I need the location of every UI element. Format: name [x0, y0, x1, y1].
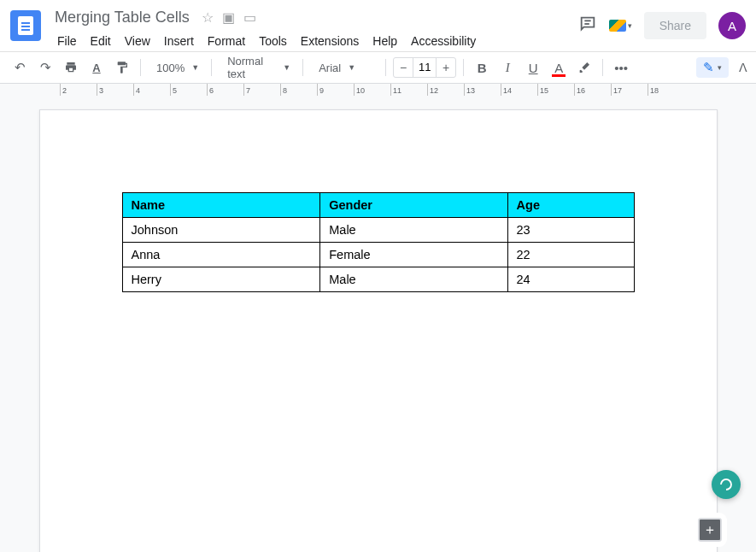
font-size-increase[interactable]: + — [437, 61, 455, 74]
table-cell[interactable]: Anna — [122, 243, 320, 267]
menu-edit[interactable]: Edit — [85, 31, 117, 51]
separator — [302, 59, 303, 76]
chevron-down-icon: ▼ — [348, 63, 355, 72]
menu-file[interactable]: File — [51, 31, 83, 51]
menu-help[interactable]: Help — [366, 31, 403, 51]
app-header: Merging Table Cells ☆ ▣ ▭ File Edit View… — [0, 0, 756, 51]
highlight-button[interactable] — [573, 56, 595, 79]
move-folder-icon[interactable]: ▣ — [222, 9, 235, 26]
ruler-tick: 18 — [648, 84, 684, 97]
data-table[interactable]: Name Gender Age Johnson Male 23 Anna Fem… — [122, 192, 635, 292]
separator — [385, 59, 386, 76]
table-cell[interactable]: 23 — [507, 218, 634, 243]
menu-insert[interactable]: Insert — [158, 31, 200, 51]
page[interactable]: Name Gender Age Johnson Male 23 Anna Fem… — [39, 109, 718, 552]
ruler-tick: 8 — [280, 84, 317, 97]
chevron-down-icon: ▼ — [283, 63, 290, 72]
explore-button[interactable] — [712, 470, 741, 499]
print-button[interactable] — [60, 56, 82, 79]
document-title[interactable]: Merging Table Cells — [51, 7, 193, 28]
more-button[interactable]: ••• — [610, 56, 632, 79]
table-header-cell[interactable]: Age — [507, 193, 634, 218]
table-header-row[interactable]: Name Gender Age — [122, 193, 634, 218]
ruler-tick: 5 — [170, 84, 207, 97]
table-cell[interactable]: Female — [320, 243, 507, 267]
ruler-tick: 2 — [60, 84, 97, 97]
table-row[interactable]: Anna Female 22 — [122, 243, 634, 267]
table-row[interactable]: Herry Male 24 — [122, 267, 634, 292]
font-size-value[interactable]: 11 — [413, 58, 437, 77]
menu-accessibility[interactable]: Accessibility — [405, 31, 482, 51]
undo-button[interactable]: ↶ — [9, 56, 31, 79]
collapse-toolbar-button[interactable]: ᐱ — [739, 61, 747, 74]
ruler-tick: 16 — [574, 84, 611, 97]
pencil-icon: ✎ — [703, 60, 714, 75]
text-color-button[interactable]: A — [548, 56, 570, 79]
header-right: ▾ Share A — [578, 7, 746, 39]
ruler-tick: 13 — [464, 84, 501, 97]
style-value: Normal text — [224, 55, 279, 80]
share-button[interactable]: Share — [644, 12, 706, 39]
table-cell[interactable]: 24 — [507, 267, 634, 292]
menu-bar: File Edit View Insert Format Tools Exten… — [51, 31, 578, 51]
font-value: Arial — [315, 62, 344, 74]
meet-icon[interactable]: ▾ — [609, 20, 632, 32]
menu-format[interactable]: Format — [202, 31, 251, 51]
table-cell[interactable]: 22 — [507, 243, 634, 267]
styles-dropdown[interactable]: Normal text ▼ — [219, 55, 296, 80]
table-cell[interactable]: Herry — [122, 267, 320, 292]
ruler-tick: 7 — [243, 84, 280, 97]
menu-view[interactable]: View — [119, 31, 156, 51]
zoom-value: 100% — [153, 62, 188, 74]
menu-tools[interactable]: Tools — [253, 31, 293, 51]
star-icon[interactable]: ☆ — [202, 9, 214, 26]
ruler-tick: 12 — [427, 84, 464, 97]
feedback-button[interactable]: ＋ — [698, 518, 722, 542]
ruler-tick: 15 — [537, 84, 574, 97]
toolbar: ↶ ↷ A 100% ▼ Normal text ▼ Arial ▼ − 11 … — [0, 51, 756, 84]
font-size-decrease[interactable]: − — [394, 61, 413, 74]
separator — [602, 59, 603, 76]
table-row[interactable]: Johnson Male 23 — [122, 218, 634, 243]
bold-button[interactable]: B — [471, 56, 493, 79]
ruler-tick: 17 — [611, 84, 648, 97]
document-canvas: Name Gender Age Johnson Male 23 Anna Fem… — [0, 96, 756, 552]
table-cell[interactable]: Johnson — [122, 218, 320, 243]
editing-mode-dropdown[interactable]: ✎ ▾ — [696, 57, 729, 78]
paint-format-button[interactable] — [111, 56, 133, 79]
chevron-down-icon: ▼ — [191, 63, 199, 72]
ruler-tick: 10 — [354, 84, 390, 97]
font-dropdown[interactable]: Arial ▼ — [310, 62, 378, 74]
redo-button[interactable]: ↷ — [34, 56, 56, 79]
menu-extensions[interactable]: Extensions — [295, 31, 365, 51]
chevron-down-icon: ▾ — [718, 63, 722, 72]
table-cell[interactable]: Male — [320, 218, 507, 243]
spellcheck-button[interactable]: A — [85, 56, 108, 79]
font-size-group: − 11 + — [393, 57, 456, 78]
separator — [463, 59, 464, 76]
zoom-dropdown[interactable]: 100% ▼ — [148, 62, 204, 74]
docs-logo-icon[interactable] — [10, 10, 41, 41]
separator — [211, 59, 212, 76]
ruler-tick: 4 — [133, 84, 170, 97]
underline-button[interactable]: U — [522, 56, 544, 79]
account-avatar[interactable]: A — [718, 12, 746, 39]
table-cell[interactable]: Male — [320, 267, 507, 292]
ruler-tick: 3 — [97, 84, 133, 97]
title-row: Merging Table Cells ☆ ▣ ▭ — [51, 7, 578, 27]
separator — [140, 59, 141, 76]
ruler-tick: 11 — [390, 84, 427, 97]
comments-icon[interactable] — [578, 15, 597, 38]
ruler-tick: 14 — [501, 84, 537, 97]
table-header-cell[interactable]: Gender — [320, 193, 507, 218]
cloud-status-icon[interactable]: ▭ — [243, 9, 256, 26]
ruler-tick: 9 — [317, 84, 354, 97]
table-header-cell[interactable]: Name — [122, 193, 320, 218]
ruler-tick: 6 — [207, 84, 243, 97]
italic-button[interactable]: I — [496, 56, 519, 79]
title-area: Merging Table Cells ☆ ▣ ▭ File Edit View… — [51, 7, 578, 51]
